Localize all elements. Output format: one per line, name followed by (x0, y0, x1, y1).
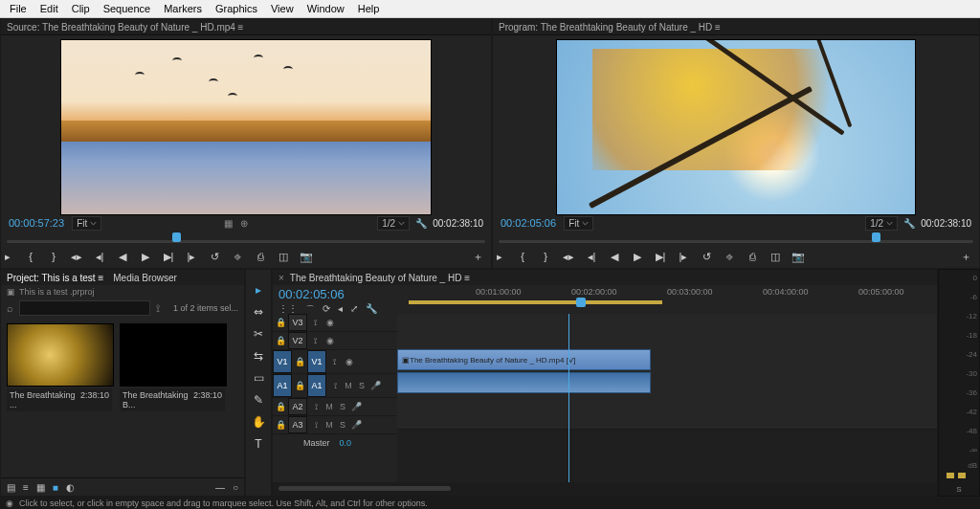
voiceover-icon[interactable]: 🎤 (369, 381, 381, 391)
lock-icon[interactable]: 🔒 (273, 318, 288, 327)
play-reverse-button[interactable]: ◀ (608, 251, 621, 263)
program-viewer[interactable] (556, 39, 916, 215)
step-forward-button[interactable]: ▶| (162, 251, 175, 263)
step-back-button[interactable]: ◂| (585, 251, 598, 263)
solo-button[interactable]: S (337, 402, 348, 412)
media-browser-tab[interactable]: Media Browser (113, 273, 177, 283)
zoom-slider-icon[interactable]: ■ (53, 482, 58, 493)
icon-view-icon[interactable]: ≡ (23, 482, 29, 493)
extract-button[interactable]: ⎙ (746, 251, 759, 262)
source-position-timecode[interactable]: 00:00:57:23 (9, 217, 64, 229)
go-to-in-button[interactable]: ◂▸ (70, 251, 83, 263)
program-panel-title[interactable]: Program: The Breathtaking Beauty of Natu… (493, 19, 979, 35)
project-search-input[interactable] (19, 300, 150, 316)
sort-icon[interactable]: ◐ (66, 482, 75, 493)
loop-button[interactable]: ↺ (208, 251, 221, 263)
mark-out-button[interactable]: } (47, 251, 60, 262)
track-target-a2[interactable]: A2 (288, 398, 307, 415)
sequence-tab[interactable]: The Breathtaking Beauty of Nature _ HD ≡ (290, 273, 470, 283)
track-target-v2[interactable]: V2 (288, 332, 307, 349)
timeline-ruler[interactable]: 00:01:00:00 00:02:00:00 00:03:00:00 00:0… (409, 285, 937, 314)
pen-tool[interactable]: ✎ (254, 393, 263, 407)
lift-button[interactable]: ⎆ (723, 251, 736, 262)
menu-edit[interactable]: Edit (34, 3, 64, 14)
slip-tool[interactable]: ▭ (254, 371, 264, 385)
reticle-icon[interactable]: ⊕ (240, 218, 248, 229)
solo-button[interactable]: S (337, 420, 348, 431)
sequence-thumbnail[interactable] (120, 323, 227, 387)
timeline-zoom-bar[interactable] (273, 482, 937, 496)
lock-icon[interactable]: 🔒 (273, 336, 288, 345)
insert-button[interactable]: ⎆ (231, 251, 244, 262)
program-playhead[interactable] (872, 232, 880, 242)
play-reverse-button[interactable]: ◀ (116, 251, 129, 263)
track-target-v1[interactable]: V1 (307, 350, 326, 373)
ripple-edit-tool[interactable]: ✂ (254, 327, 263, 341)
menu-window[interactable]: Window (301, 3, 350, 14)
clip-thumbnail[interactable] (7, 323, 114, 387)
play-button[interactable]: ▶ (631, 251, 644, 263)
sync-lock-icon[interactable]: ⟟ (326, 357, 342, 367)
program-zoom-select[interactable]: Fit (564, 216, 593, 231)
step-forward-button[interactable]: ▶| (654, 251, 667, 263)
add-marker-button[interactable]: ▸ (1, 251, 14, 263)
play-button[interactable]: ▶ (139, 251, 152, 263)
timeline-position-timecode[interactable]: 00:02:05:06 (278, 287, 403, 301)
audio-clip[interactable] (397, 372, 651, 393)
lock-icon[interactable]: 🔒 (273, 420, 288, 430)
video-clip[interactable]: ▣ The Breathtaking Beauty of Nature _ HD… (397, 349, 651, 370)
compare-button[interactable]: 📷 (791, 251, 805, 263)
export-frame-button[interactable]: ◫ (768, 251, 782, 263)
menu-sequence[interactable]: Sequence (98, 3, 157, 14)
work-area-bar[interactable] (409, 300, 662, 304)
sync-lock-icon[interactable]: ⟟ (310, 402, 322, 412)
timeline-playhead[interactable] (576, 298, 586, 307)
source-playhead[interactable] (172, 232, 181, 242)
project-bin-item[interactable]: The Breathtaking B...2:38:10 (120, 323, 225, 472)
track-target-v3[interactable]: V3 (288, 314, 307, 331)
master-level-value[interactable]: 0.0 (340, 438, 352, 448)
new-item-icon[interactable]: ○ (233, 482, 238, 493)
mark-out-button[interactable]: } (539, 251, 552, 262)
go-to-out-button[interactable]: |▸ (185, 251, 198, 263)
program-time-ruler[interactable] (493, 232, 979, 246)
menu-clip[interactable]: Clip (66, 3, 96, 14)
sync-lock-icon[interactable]: ⟟ (329, 381, 341, 391)
close-tab-icon[interactable]: × (278, 273, 284, 283)
razor-tool[interactable]: ⇆ (254, 349, 263, 363)
source-panel-title[interactable]: Source: The Breathtaking Beauty of Natur… (1, 19, 491, 35)
menu-view[interactable]: View (265, 3, 300, 14)
menu-markers[interactable]: Markers (158, 3, 208, 14)
type-tool[interactable]: T (255, 437, 261, 451)
source-patch-a1[interactable]: A1 (273, 374, 292, 397)
wrench-icon[interactable]: 🔧 (903, 218, 915, 229)
lock-icon[interactable]: 🔒 (273, 402, 288, 411)
program-position-timecode[interactable]: 00:02:05:06 (501, 217, 556, 229)
loop-button[interactable]: ↺ (700, 251, 713, 263)
mark-in-button[interactable]: { (516, 251, 529, 262)
mute-button[interactable]: M (323, 402, 335, 412)
sync-lock-icon[interactable]: ⟟ (307, 318, 323, 328)
filter-icon[interactable]: ⟟ (156, 302, 160, 315)
menu-graphics[interactable]: Graphics (210, 3, 263, 14)
button-editor-button[interactable]: ＋ (473, 250, 483, 264)
source-patch-v1[interactable]: V1 (273, 350, 292, 373)
solo-button[interactable]: S (356, 381, 368, 391)
project-bin-item[interactable]: The Breathtaking ...2:38:10 (7, 323, 112, 472)
wrench-icon[interactable]: 🔧 (415, 218, 427, 229)
track-target-a3[interactable]: A3 (288, 416, 307, 433)
program-res-select[interactable]: 1/2 (865, 216, 898, 231)
eye-icon[interactable]: ◉ (342, 357, 357, 366)
voiceover-icon[interactable]: 🎤 (350, 420, 362, 431)
sync-lock-icon[interactable]: ⟟ (310, 420, 322, 431)
source-viewer[interactable] (60, 39, 432, 215)
add-marker-button[interactable]: ▸ (493, 251, 506, 263)
mark-in-button[interactable]: { (24, 251, 37, 262)
export-frame-button[interactable]: ◫ (277, 251, 290, 263)
go-to-out-button[interactable]: |▸ (677, 251, 690, 263)
selection-tool[interactable]: ▸ (256, 283, 261, 297)
sync-lock-icon[interactable]: ⟟ (307, 336, 323, 346)
menu-help[interactable]: Help (352, 3, 386, 14)
source-res-select[interactable]: 1/2 (377, 216, 410, 231)
go-to-in-button[interactable]: ◂▸ (562, 251, 575, 263)
